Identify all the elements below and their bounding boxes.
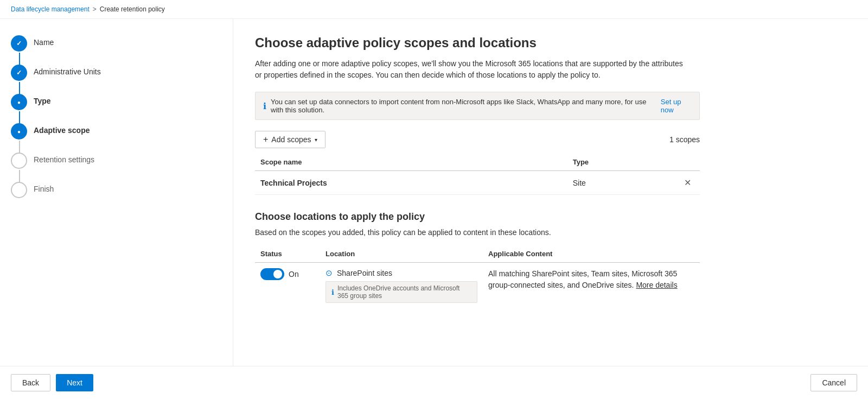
locations-title: Choose locations to apply the policy: [255, 211, 700, 223]
step-icon-retention: [11, 153, 27, 169]
info-banner-text: You can set up data connectors to import…: [271, 98, 650, 114]
toggle-wrap: On: [260, 268, 315, 280]
main-content: Choose adaptive policy scopes and locati…: [233, 19, 868, 366]
add-scopes-label: Add scopes: [271, 135, 311, 144]
remove-scope-button[interactable]: ✕: [681, 176, 694, 189]
loc-col-location: Location: [320, 245, 483, 263]
location-status-cell: On: [255, 263, 320, 309]
slider: [260, 268, 284, 280]
location-note-text: Includes OneDrive accounts and Microsoft…: [337, 284, 471, 300]
step-list: ✓ Name ✓ Administrative Units ● Type ● A…: [11, 35, 222, 202]
scope-table: Scope name Type Technical Projects Site …: [255, 154, 700, 195]
breadcrumb: Data lifecycle management > Create reten…: [0, 0, 868, 19]
location-note-icon: ℹ: [331, 288, 334, 296]
next-button[interactable]: Next: [56, 374, 93, 391]
step-label-adaptive: Adaptive scope: [34, 123, 90, 135]
loc-col-applicable: Applicable Content: [483, 245, 700, 263]
scope-section: + Add scopes ▾ 1 scopes Scope name Type: [255, 131, 700, 195]
footer: Back Next Cancel: [0, 366, 868, 399]
step-retention: Retention settings: [11, 153, 222, 182]
scope-count: 1 scopes: [669, 135, 700, 144]
locations-section: Choose locations to apply the policy Bas…: [255, 211, 700, 308]
footer-buttons-left: Back Next: [11, 374, 93, 391]
locations-desc: Based on the scopes you added, this poli…: [255, 228, 700, 237]
locations-table: Status Location Applicable Content: [255, 245, 700, 308]
cancel-button[interactable]: Cancel: [810, 374, 857, 391]
step-name: ✓ Name: [11, 35, 222, 65]
page-description: After adding one or more adaptive policy…: [255, 58, 689, 81]
breadcrumb-current: Create retention policy: [100, 5, 165, 13]
location-row: On ⊙ SharePoint sites ℹ Includes OneDriv…: [255, 263, 700, 309]
step-icon-adaptive: ●: [11, 123, 27, 140]
step-type: ● Type: [11, 94, 222, 123]
step-icon-type: ●: [11, 94, 27, 110]
toggle-switch[interactable]: [260, 268, 284, 280]
step-finish: Finish: [11, 182, 222, 202]
add-scopes-button[interactable]: + Add scopes ▾: [255, 131, 326, 148]
scope-col-type: Type: [567, 154, 675, 171]
loc-col-status: Status: [255, 245, 320, 263]
location-note: ℹ Includes OneDrive accounts and Microso…: [326, 281, 477, 303]
sidebar: ✓ Name ✓ Administrative Units ● Type ● A…: [0, 19, 233, 366]
step-adaptive-scope: ● Adaptive scope: [11, 123, 222, 153]
scope-name-cell: Technical Projects: [255, 171, 567, 195]
step-label-admin: Administrative Units: [34, 65, 101, 76]
applicable-content-cell: All matching SharePoint sites, Team site…: [483, 263, 700, 309]
location-name-cell: ⊙ SharePoint sites ℹ Includes OneDrive a…: [320, 263, 483, 309]
dropdown-arrow-icon: ▾: [315, 137, 317, 143]
page-title: Choose adaptive policy scopes and locati…: [255, 35, 846, 50]
info-icon: ℹ: [263, 101, 266, 111]
scope-col-name: Scope name: [255, 154, 567, 171]
step-label-type: Type: [34, 94, 51, 105]
location-info-icon: ⊙: [326, 268, 333, 278]
location-name-wrap: ⊙ SharePoint sites: [326, 268, 477, 278]
step-label-retention: Retention settings: [34, 153, 94, 164]
back-button[interactable]: Back: [11, 374, 50, 391]
scope-toolbar: + Add scopes ▾ 1 scopes: [255, 131, 700, 148]
step-label-name: Name: [34, 35, 54, 47]
setup-now-link[interactable]: Set up now: [661, 98, 692, 114]
breadcrumb-separator: >: [93, 5, 97, 13]
step-icon-finish: [11, 182, 27, 198]
step-icon-name: ✓: [11, 35, 27, 52]
more-details-link[interactable]: More details: [636, 281, 677, 289]
step-admin-units: ✓ Administrative Units: [11, 65, 222, 94]
step-icon-admin: ✓: [11, 65, 27, 81]
breadcrumb-link[interactable]: Data lifecycle management: [11, 5, 90, 13]
info-banner: ℹ You can set up data connectors to impo…: [255, 92, 700, 120]
step-label-finish: Finish: [34, 182, 54, 193]
location-name: SharePoint sites: [337, 269, 392, 277]
plus-icon: +: [263, 135, 268, 144]
toggle-label: On: [289, 270, 299, 278]
scope-type-cell: Site: [567, 171, 675, 195]
table-row: Technical Projects Site ✕: [255, 171, 700, 195]
scope-close-cell: ✕: [675, 171, 700, 195]
